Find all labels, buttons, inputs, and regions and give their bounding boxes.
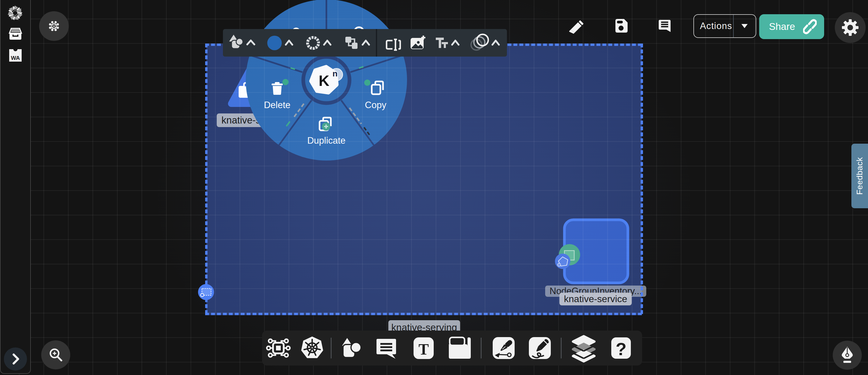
svg-text:Copy: Copy — [365, 100, 386, 110]
svg-text:n: n — [332, 69, 337, 78]
svg-text:K: K — [319, 73, 329, 89]
svg-text:?: ? — [616, 339, 627, 359]
svg-text:Delete: Delete — [264, 100, 290, 110]
svg-text:WA: WA — [11, 55, 20, 61]
svg-text:T: T — [418, 341, 429, 358]
svg-text:Duplicate: Duplicate — [307, 135, 345, 146]
